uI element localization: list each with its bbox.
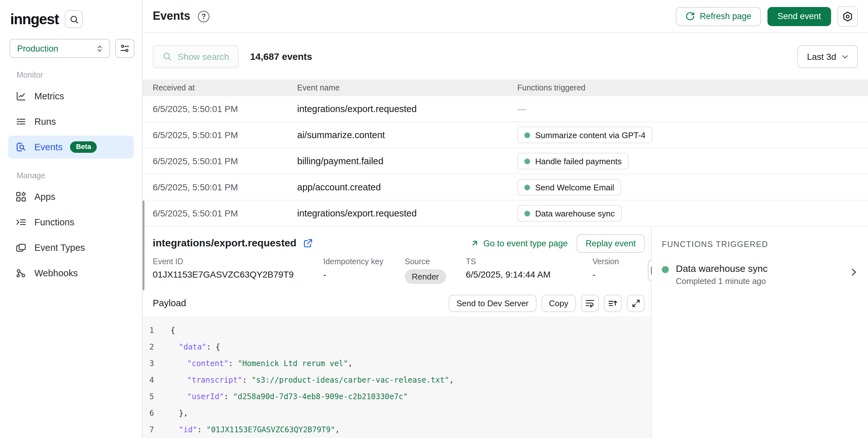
sidebar-item-webhooks[interactable]: Webhooks	[8, 262, 134, 285]
table-row[interactable]: 6/5/2025, 5:50:01 PM integrations/export…	[143, 96, 868, 122]
cell-functions: Summarize content via GPT-4	[517, 127, 858, 143]
table-row[interactable]: 6/5/2025, 5:50:01 PM billing/payment.fai…	[143, 148, 868, 174]
cell-event-name: app/account.created	[297, 182, 517, 192]
payload-title: Payload	[153, 298, 186, 308]
sidebar-item-event-types[interactable]: Event Types	[8, 236, 134, 259]
sidebar-item-metrics[interactable]: Metrics	[8, 85, 134, 108]
settings-button[interactable]	[837, 6, 858, 26]
line-number: 5	[143, 392, 154, 401]
events-toolbar: Show search 14,687 events Last 3d	[143, 33, 868, 80]
column-event-name: Event name	[297, 83, 517, 92]
cell-functions: Handle failed payments	[517, 153, 858, 169]
line-number: 3	[143, 359, 154, 368]
copy-button[interactable]: Copy	[541, 294, 576, 312]
cell-received-at: 6/5/2025, 5:50:01 PM	[153, 156, 297, 166]
chevron-right-icon	[848, 267, 859, 278]
function-run-card[interactable]: Data warehouse sync Completed 1 minute a…	[652, 263, 868, 286]
sidebar: inngest Production Monitor	[0, 0, 143, 438]
lines-arrow-up-icon	[608, 298, 618, 308]
global-search-button[interactable]	[65, 10, 83, 28]
chart-icon	[15, 90, 27, 102]
sidebar-item-label: Webhooks	[34, 268, 78, 278]
code-line: 1 {	[143, 322, 651, 339]
sidebar-item-apps[interactable]: Apps	[8, 185, 134, 208]
source-badge: Render	[405, 269, 446, 284]
sidebar-item-functions[interactable]: Functions	[8, 211, 134, 234]
runs-list-icon	[15, 116, 27, 127]
expand-lines-button[interactable]	[604, 294, 622, 312]
show-search-button[interactable]: Show search	[153, 45, 239, 68]
function-badge[interactable]: Data warehouse sync	[517, 205, 622, 222]
code-line: 4 "transcript": "s3://product-ideas/carb…	[143, 372, 651, 388]
function-badge[interactable]: Send Welcome Email	[517, 179, 621, 196]
column-functions-triggered: Functions triggered	[517, 83, 858, 92]
sidebar-item-events[interactable]: Events Beta	[8, 136, 134, 158]
function-badge[interactable]: Summarize content via GPT-4	[517, 127, 653, 143]
send-event-label: Send event	[777, 11, 821, 21]
event-meta-row: Event ID 01JX1153E7GASVZC63QY2B79T9 Idem…	[153, 257, 645, 284]
status-dot-icon	[524, 210, 530, 216]
chevron-down-icon	[841, 52, 849, 61]
cell-received-at: 6/5/2025, 5:50:01 PM	[153, 208, 297, 218]
wrap-text-button[interactable]	[581, 294, 599, 312]
code-line: 3 "content": "Homenick Ltd rerum vel",	[143, 355, 651, 372]
event-detail-panel: integrations/export.requested Go to even…	[143, 227, 651, 438]
arrow-up-right-icon	[471, 239, 479, 247]
environment-select-value: Production	[17, 43, 95, 53]
environment-filter-button[interactable]	[115, 39, 134, 58]
status-dot-icon	[524, 158, 530, 164]
page-title: Events	[153, 9, 190, 23]
line-number: 6	[143, 409, 154, 418]
function-badge[interactable]: Handle failed payments	[517, 153, 629, 169]
cell-functions: Data warehouse sync	[517, 205, 858, 222]
sidebar-item-runs[interactable]: Runs	[8, 110, 134, 133]
search-icon	[69, 14, 79, 24]
refresh-page-button[interactable]: Refresh page	[676, 7, 761, 26]
event-id-value: 01JX1153E7GASVZC63QY2B79T9	[153, 269, 323, 280]
replay-event-button[interactable]: Replay event	[577, 234, 645, 253]
line-number: 2	[143, 343, 154, 351]
environment-select[interactable]: Production	[9, 39, 110, 58]
cell-event-name: integrations/export.requested	[297, 208, 517, 218]
functions-triggered-heading: FUNCTIONS TRIGGERED	[652, 227, 868, 249]
beta-badge: Beta	[70, 141, 97, 153]
events-table: Received at Event name Functions trigger…	[143, 80, 868, 227]
cell-received-at: 6/5/2025, 5:50:01 PM	[153, 182, 297, 192]
inngest-logo: inngest	[10, 10, 59, 28]
table-row[interactable]: 6/5/2025, 5:50:01 PM ai/summarize.conten…	[143, 122, 868, 148]
event-count: 14,687 events	[250, 51, 312, 62]
sidebar-item-label: Events	[34, 142, 63, 152]
external-link-icon[interactable]	[303, 238, 313, 248]
replay-event-label: Replay event	[585, 238, 636, 248]
sidebar-item-label: Event Types	[34, 242, 85, 253]
go-to-event-type-link[interactable]: Go to event type page	[471, 238, 568, 248]
copy-squares-icon	[15, 242, 27, 253]
cell-event-name: ai/summarize.content	[297, 130, 517, 140]
function-badge-label: Handle failed payments	[535, 156, 622, 166]
function-badge-label: Send Welcome Email	[535, 182, 614, 192]
detail-pane-scrollbar[interactable]	[143, 201, 145, 290]
copy-label: Copy	[549, 298, 568, 308]
webhook-icon	[15, 267, 27, 279]
sidebar-nav: Monitor Metrics Runs Events Beta	[0, 71, 142, 285]
send-event-button[interactable]: Send event	[767, 7, 831, 26]
send-to-dev-server-button[interactable]: Send to Dev Server	[448, 294, 536, 312]
functions-list-icon	[15, 216, 27, 228]
table-row-selected[interactable]: 6/5/2025, 5:50:01 PM integrations/export…	[143, 201, 868, 227]
version-label: Version	[592, 257, 645, 266]
table-row[interactable]: 6/5/2025, 5:50:01 PM app/account.created…	[143, 174, 868, 201]
show-search-label: Show search	[178, 51, 229, 61]
main-area: Events ? Refresh page Send event	[143, 0, 868, 438]
code-line: 7 "id": "01JX1153E7GASVZC63QY2B79T9",	[143, 421, 651, 438]
source-label: Source	[405, 257, 466, 266]
line-number: 1	[143, 326, 154, 335]
fullscreen-button[interactable]	[627, 294, 645, 312]
function-run-name: Data warehouse sync	[676, 263, 768, 274]
event-id-label: Event ID	[153, 257, 323, 266]
apps-grid-icon	[15, 191, 27, 202]
time-range-select[interactable]: Last 3d	[797, 45, 858, 68]
sidebar-item-label: Apps	[34, 192, 55, 202]
function-run-status: Completed 1 minute ago	[676, 276, 768, 286]
help-icon[interactable]: ?	[198, 10, 209, 22]
payload-code-editor[interactable]: 1 { 2 "data": { 3 "content": "Homenick L…	[143, 316, 651, 438]
